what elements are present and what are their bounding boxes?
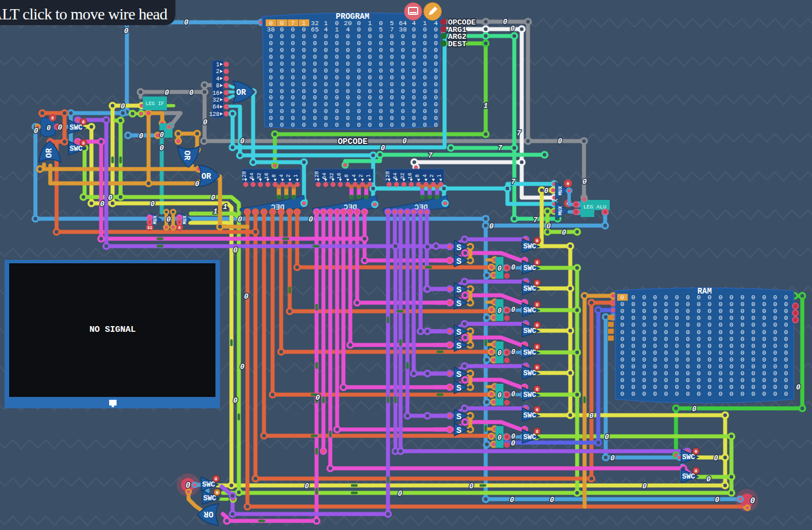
svg-text:0: 0 (784, 376, 788, 384)
svg-text:0: 0 (536, 407, 539, 412)
svg-text:0: 0 (773, 335, 777, 343)
svg-text:0: 0 (762, 390, 766, 398)
svg-text:0: 0 (784, 321, 788, 328)
svg-text:8: 8 (414, 174, 421, 178)
svg-text:0: 0 (379, 121, 383, 129)
svg-text:0: 0 (631, 335, 635, 343)
svg-text:SWC: SWC (523, 307, 537, 315)
svg-text:SWC: SWC (682, 453, 695, 461)
svg-text:0: 0 (610, 454, 615, 463)
svg-text:PROGRAM: PROGRAM (336, 12, 370, 21)
svg-text:OR: OR (237, 88, 246, 97)
svg-text:SWC: SWC (203, 495, 217, 503)
svg-text:0: 0 (730, 314, 734, 322)
svg-text:0: 0 (762, 383, 766, 391)
svg-text:0: 0 (315, 394, 320, 402)
svg-text:0: 0 (762, 376, 766, 384)
svg-text:8: 8 (82, 140, 85, 146)
svg-text:NO SIGNAL: NO SIGNAL (89, 325, 135, 335)
svg-text:0: 0 (124, 27, 129, 35)
svg-text:0: 0 (664, 383, 668, 391)
svg-text:0: 0 (773, 321, 777, 328)
svg-text:0: 0 (497, 350, 501, 358)
svg-text:0: 0 (762, 321, 766, 328)
svg-text:0: 0 (664, 376, 668, 384)
svg-text:0: 0 (313, 121, 317, 129)
svg-text:MUX: MUX (558, 206, 563, 215)
svg-text:0: 0 (631, 383, 635, 391)
svg-text:0: 0 (621, 376, 625, 384)
svg-text:0: 0 (653, 294, 657, 301)
svg-text:0: 0 (741, 356, 745, 363)
svg-text:0: 0 (686, 314, 690, 322)
svg-text:0: 0 (653, 349, 657, 356)
svg-text:0: 0 (750, 496, 755, 505)
svg-text:8: 8 (51, 116, 54, 121)
svg-text:0: 0 (784, 390, 788, 398)
svg-text:0: 0 (233, 246, 238, 255)
svg-text:0: 0 (675, 370, 679, 377)
svg-text:7: 7 (511, 178, 515, 186)
svg-text:0: 0 (784, 363, 788, 370)
svg-text:0: 0 (631, 300, 635, 308)
svg-text:0: 0 (718, 370, 722, 377)
svg-text:0: 0 (244, 292, 249, 301)
svg-text:7: 7 (533, 216, 538, 224)
svg-text:0: 0 (784, 307, 788, 315)
svg-text:0: 0 (706, 475, 711, 484)
svg-text:0: 0 (707, 342, 711, 350)
svg-text:8: 8 (271, 174, 277, 178)
svg-text:0: 0 (159, 131, 163, 139)
svg-text:0: 0 (642, 363, 646, 370)
svg-text:1: 1 (293, 174, 299, 178)
svg-text:0: 0 (707, 300, 711, 308)
svg-text:0: 0 (784, 300, 788, 308)
svg-text:0: 0 (686, 376, 690, 384)
svg-text:0: 0 (773, 328, 777, 336)
svg-text:8: 8 (536, 429, 539, 434)
svg-text:0: 0 (741, 321, 745, 328)
svg-text:0: 0 (631, 328, 635, 336)
svg-text:0: 0 (166, 215, 171, 224)
svg-text:0: 0 (714, 454, 718, 463)
svg-text:0: 0 (686, 356, 690, 363)
svg-text:0: 0 (762, 328, 766, 336)
svg-text:64: 64 (392, 172, 398, 179)
svg-text:0: 0 (741, 307, 745, 315)
svg-text:0: 0 (751, 335, 755, 343)
svg-text:4: 4 (351, 174, 357, 178)
svg-text:0: 0 (642, 383, 646, 391)
svg-text:0: 0 (751, 363, 755, 370)
svg-text:0: 0 (605, 433, 609, 441)
svg-text:4: 4 (278, 174, 285, 178)
svg-text:0: 0 (730, 342, 734, 350)
svg-text:0: 0 (34, 127, 38, 135)
svg-text:0: 0 (582, 178, 587, 186)
svg-text:0: 0 (686, 349, 690, 356)
svg-text:0: 0 (58, 123, 62, 132)
svg-text:SWC: SWC (523, 264, 537, 272)
svg-text:0: 0 (718, 314, 722, 322)
svg-text:0: 0 (784, 314, 788, 322)
svg-text:0: 0 (730, 383, 734, 391)
svg-text:0: 0 (762, 349, 766, 356)
svg-text:0: 0 (390, 121, 394, 129)
svg-text:0: 0 (741, 335, 745, 343)
svg-text:0: 0 (546, 222, 551, 231)
svg-text:0: 0 (730, 307, 734, 315)
svg-text:16: 16 (336, 172, 342, 179)
svg-text:0: 0 (675, 307, 679, 315)
svg-text:0: 0 (692, 405, 697, 413)
svg-text:0: 0 (497, 265, 501, 273)
svg-text:0: 0 (773, 376, 777, 384)
svg-text:4: 4 (422, 174, 428, 178)
svg-text:S: S (456, 257, 461, 267)
svg-text:0: 0 (686, 335, 690, 343)
svg-text:0: 0 (675, 335, 679, 343)
svg-text:0: 0 (664, 363, 668, 370)
svg-text:0: 0 (741, 342, 745, 350)
svg-text:0: 0 (718, 342, 722, 350)
svg-text:0: 0 (697, 321, 701, 328)
svg-text:0: 0 (773, 314, 777, 322)
svg-text:0: 0 (653, 383, 657, 391)
